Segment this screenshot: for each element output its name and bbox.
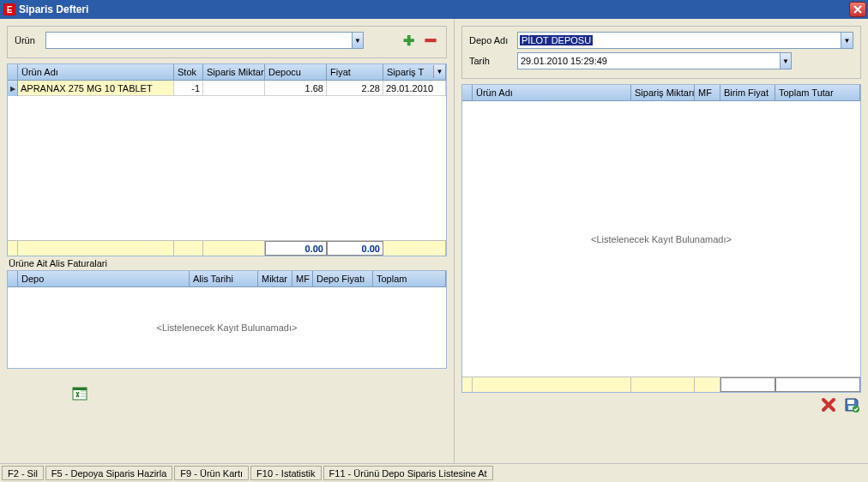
rfooter-birim-total [720, 377, 775, 392]
depo-dropdown-arrow[interactable]: ▼ [841, 32, 853, 49]
footer-depocu-total: 0.00 [265, 241, 327, 256]
rcol-siparis-miktari[interactable]: Sipariş Miktarı [631, 85, 695, 100]
save-disk-icon [844, 397, 859, 413]
status-f2[interactable]: F2 - Sil [2, 466, 44, 480]
col-siparis-tarih[interactable]: Sipariş T ▼ [383, 64, 446, 80]
tarih-input[interactable] [517, 52, 780, 69]
cell-stok: -1 [174, 81, 203, 96]
depo-label: Depo Adı [469, 35, 512, 45]
excel-icon [72, 386, 87, 401]
cell-depocu: 1.68 [265, 81, 327, 96]
invoices-empty-message: <Listelenecek Kayıt Bulunamadı> [157, 322, 298, 333]
depot-orders-grid[interactable]: Ürün Adı Sipariş Miktarı MF Birim Fiyat … [461, 84, 861, 393]
status-f11[interactable]: F11 - Ürünü Depo Siparis Listesine At [323, 466, 493, 480]
delete-button[interactable] [820, 396, 837, 415]
col-stok[interactable]: Stok [174, 64, 203, 80]
invoices-grid[interactable]: Depo Alis Tarihi Miktar MF Depo Fiyatı T… [7, 270, 447, 369]
plus-icon: ✚ [403, 33, 414, 49]
status-bar: F2 - Sil F5 - Depoya Siparis Hazirla F9 … [0, 463, 868, 482]
col-siparis-miktari[interactable]: Siparis Miktarı [203, 64, 265, 80]
export-excel-button[interactable] [72, 386, 87, 403]
rcol-toplam-tutar[interactable]: Toplam Tutar [775, 85, 860, 100]
save-button[interactable] [844, 397, 859, 414]
depot-orders-empty-message: <Listelenecek Kayıt Bulunamadı> [591, 234, 732, 244]
col2-depo[interactable]: Depo [18, 271, 190, 286]
rcol-urun-adi[interactable]: Ürün Adı [473, 85, 631, 100]
rcol-mf[interactable]: MF [695, 85, 720, 100]
close-button[interactable] [849, 2, 866, 17]
urun-input[interactable] [45, 32, 352, 49]
row-indicator-icon: ▶ [8, 81, 18, 96]
urun-dropdown-arrow[interactable]: ▼ [352, 32, 364, 49]
tarih-dropdown-arrow[interactable]: ▼ [780, 52, 792, 69]
cell-tarih: 29.01.2010 [383, 81, 446, 96]
status-f9[interactable]: F9 - Ürün Kartı [174, 466, 249, 480]
add-button[interactable]: ✚ [400, 32, 417, 49]
col2-alis-tarihi[interactable]: Alis Tarihi [190, 271, 258, 286]
status-f10[interactable]: F10 - Istatistik [250, 466, 321, 480]
col2-mf[interactable]: MF [292, 271, 313, 286]
app-icon: E [3, 3, 15, 15]
col-depocu[interactable]: Depocu [265, 64, 327, 80]
window-title: Siparis Defteri [19, 3, 88, 15]
depo-value: PİLOT DEPOSU [520, 35, 593, 45]
svg-rect-1 [73, 388, 87, 390]
depo-select[interactable]: PİLOT DEPOSU [517, 32, 841, 49]
remove-button[interactable]: ━ [422, 32, 439, 49]
col-urun-adi[interactable]: Ürün Adı [18, 64, 174, 80]
col-dropdown-icon[interactable]: ▼ [433, 65, 445, 78]
svg-rect-5 [847, 400, 854, 404]
titlebar: E Siparis Defteri [0, 0, 868, 19]
footer-fiyat-total: 0.00 [327, 241, 383, 256]
urun-label: Ürün [15, 35, 40, 45]
col2-depo-fiyati[interactable]: Depo Fiyatı [313, 271, 373, 286]
cell-fiyat: 2.28 [327, 81, 383, 96]
cell-urun: APRANAX 275 MG 10 TABLET [18, 81, 174, 96]
table-row[interactable]: ▶ APRANAX 275 MG 10 TABLET -1 1.68 2.28 … [8, 81, 446, 96]
col2-toplam[interactable]: Toplam [373, 271, 446, 286]
orders-grid[interactable]: Ürün Adı Stok Siparis Miktarı Depocu Fiy… [7, 63, 447, 256]
rfooter-toplam [775, 377, 860, 392]
cell-miktar [203, 81, 265, 96]
col-fiyat[interactable]: Fiyat [327, 64, 383, 80]
tarih-label: Tarih [469, 56, 512, 66]
status-f5[interactable]: F5 - Depoya Siparis Hazirla [45, 466, 173, 480]
col2-miktar[interactable]: Miktar [258, 271, 292, 286]
rcol-birim-fiyat[interactable]: Birim Fiyat [720, 85, 775, 100]
delete-x-icon [820, 396, 837, 413]
invoices-section-label: Ürüne Ait Alis Faturalari [7, 256, 447, 270]
